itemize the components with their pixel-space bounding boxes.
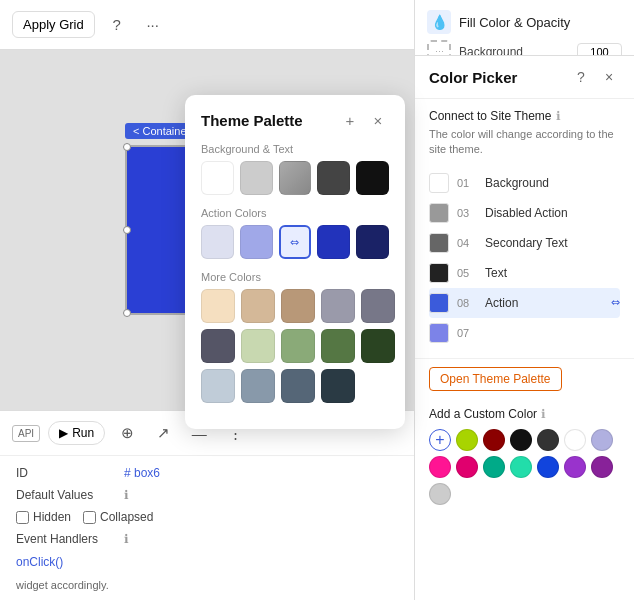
connect-desc: The color will change according to the s… (429, 127, 620, 158)
custom-color-dot[interactable] (564, 429, 586, 451)
theme-item[interactable]: 01 Background (429, 168, 620, 198)
onclick-link[interactable]: onClick() (16, 555, 63, 569)
connect-info-icon: ℹ (556, 109, 561, 123)
more-color-swatch[interactable] (361, 289, 395, 323)
id-row: ID # box6 (16, 466, 404, 480)
bg-text-swatch[interactable] (317, 161, 350, 195)
action-swatch-linked[interactable]: ⇔ (279, 225, 312, 259)
theme-swatch (429, 293, 449, 313)
theme-swatch (429, 323, 449, 343)
custom-color-section: Add a Custom Color ℹ + (415, 399, 634, 513)
more-color-swatch[interactable] (241, 369, 275, 403)
more-color-swatch[interactable] (321, 329, 355, 363)
bg-text-swatch[interactable] (356, 161, 389, 195)
resize-handle-bl[interactable] (123, 309, 131, 317)
right-panel: 💧 Fill Color & Opacity ⋯ Background Colo… (414, 0, 634, 600)
help-button[interactable]: ? (103, 11, 131, 39)
theme-num: 04 (457, 237, 477, 249)
more-color-swatch[interactable] (281, 369, 315, 403)
custom-color-dot[interactable] (483, 429, 505, 451)
action-swatches-row: ⇔ (201, 225, 389, 259)
hidden-label: Hidden (33, 510, 71, 524)
more-color-swatch[interactable] (201, 289, 235, 323)
cp-title: Color Picker (429, 69, 564, 86)
custom-color-dot[interactable] (456, 429, 478, 451)
theme-name: Background (485, 176, 620, 190)
action-swatch[interactable] (201, 225, 234, 259)
hidden-checkbox[interactable] (16, 511, 29, 524)
theme-num: 05 (457, 267, 477, 279)
custom-color-dot[interactable] (564, 456, 586, 478)
hidden-checkbox-item[interactable]: Hidden (16, 510, 71, 524)
custom-color-dot[interactable] (591, 429, 613, 451)
bg-text-section-label: Background & Text (201, 143, 389, 155)
run-button[interactable]: ▶ Run (48, 421, 105, 445)
theme-num: 03 (457, 207, 477, 219)
cp-help-button[interactable]: ? (570, 66, 592, 88)
event-info-icon: ℹ (124, 532, 129, 546)
custom-color-dot[interactable] (456, 456, 478, 478)
select-tool-button[interactable]: ⊕ (113, 419, 141, 447)
custom-color-dot[interactable] (537, 429, 559, 451)
theme-swatch (429, 233, 449, 253)
bg-text-swatch[interactable] (240, 161, 273, 195)
bg-text-swatches-row (201, 161, 389, 195)
theme-num: 07 (457, 327, 477, 339)
custom-info-icon: ℹ (541, 407, 546, 421)
default-values-row: Default Values ℹ (16, 488, 404, 502)
theme-item[interactable]: 07 (429, 318, 620, 348)
custom-color-dot[interactable] (483, 456, 505, 478)
popup-add-button[interactable]: + (339, 109, 361, 131)
more-color-swatch[interactable] (241, 289, 275, 323)
bg-text-swatch[interactable] (201, 161, 234, 195)
theme-num: 01 (457, 177, 477, 189)
custom-color-dot[interactable] (510, 429, 532, 451)
apply-grid-button[interactable]: Apply Grid (12, 11, 95, 38)
more-color-swatch[interactable] (241, 329, 275, 363)
custom-color-dot[interactable] (591, 456, 613, 478)
popup-close-button[interactable]: × (367, 109, 389, 131)
popup-title: Theme Palette (201, 112, 333, 129)
custom-color-dot[interactable] (537, 456, 559, 478)
open-theme-palette-button[interactable]: Open Theme Palette (429, 367, 562, 391)
collapsed-checkbox[interactable] (83, 511, 96, 524)
action-swatch[interactable] (240, 225, 273, 259)
theme-item[interactable]: 04 Secondary Text (429, 228, 620, 258)
custom-color-dot[interactable] (429, 483, 451, 505)
resize-handle-tl[interactable] (123, 143, 131, 151)
widget-note: widget accordingly. (0, 579, 420, 591)
theme-link-icon: ⇔ (611, 296, 620, 309)
props-area: ID # box6 Default Values ℹ Hidden Collap… (0, 456, 420, 579)
theme-item[interactable]: 03 Disabled Action (429, 198, 620, 228)
more-color-swatch[interactable] (361, 329, 395, 363)
more-color-swatch[interactable] (281, 329, 315, 363)
theme-name: Text (485, 266, 620, 280)
collapsed-checkbox-item[interactable]: Collapsed (83, 510, 153, 524)
fill-icon: 💧 (427, 10, 451, 34)
more-color-swatch[interactable] (281, 289, 315, 323)
resize-handle-ml[interactable] (123, 226, 131, 234)
bottom-panel: API ▶ Run ⊕ ↗ — ⋮ ID # box6 Default Valu… (0, 410, 420, 600)
connect-title: Connect to Site Theme ℹ (429, 109, 620, 123)
event-handlers-label: Event Handlers (16, 532, 116, 546)
arrow-tool-button[interactable]: ↗ (149, 419, 177, 447)
custom-title: Add a Custom Color ℹ (429, 407, 620, 421)
add-custom-color-button[interactable]: + (429, 429, 451, 451)
theme-item[interactable]: 05 Text (429, 258, 620, 288)
more-color-swatch[interactable] (201, 369, 235, 403)
run-label: Run (72, 426, 94, 440)
checkbox-group: Hidden Collapsed (16, 510, 153, 524)
bg-text-swatch[interactable] (279, 161, 312, 195)
custom-color-dot[interactable] (510, 456, 532, 478)
api-badge: API (12, 425, 40, 442)
action-swatch[interactable] (356, 225, 389, 259)
cp-close-button[interactable]: × (598, 66, 620, 88)
more-color-swatch[interactable] (321, 369, 355, 403)
more-color-swatch[interactable] (201, 329, 235, 363)
event-handlers-row: Event Handlers ℹ (16, 532, 404, 546)
action-swatch[interactable] (317, 225, 350, 259)
more-options-button[interactable]: ··· (139, 11, 167, 39)
theme-item[interactable]: 08 Action ⇔ (429, 288, 620, 318)
custom-color-dot[interactable] (429, 456, 451, 478)
more-color-swatch[interactable] (321, 289, 355, 323)
